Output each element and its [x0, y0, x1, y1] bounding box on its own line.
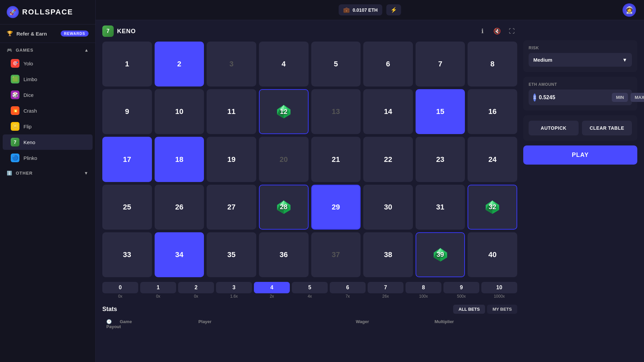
keno-cell-38[interactable]: 38: [363, 232, 413, 277]
keno-cell-15[interactable]: 15: [416, 89, 465, 134]
keno-cell-12[interactable]: 12: [259, 89, 309, 134]
chevron-down-icon: ▼: [84, 171, 89, 176]
min-button[interactable]: MIN: [612, 93, 628, 102]
keno-cell-10[interactable]: 10: [155, 89, 204, 134]
keno-cell-36[interactable]: 36: [259, 232, 309, 277]
keno-cell-9[interactable]: 9: [102, 89, 152, 134]
keno-cell-30[interactable]: 30: [363, 185, 413, 230]
payout-mult-5: 4x: [308, 294, 312, 299]
clear-table-button[interactable]: CLEAR TABLE: [582, 121, 632, 135]
sidebar-item-flip[interactable]: 🪙 Flip: [3, 119, 93, 134]
keno-cell-8[interactable]: 8: [468, 42, 517, 86]
bzz-button[interactable]: ⚡: [386, 4, 401, 15]
stats-title: Stats: [102, 306, 117, 313]
info-icon: ℹ️: [7, 171, 12, 176]
user-avatar[interactable]: 🧑‍🚀: [623, 3, 636, 17]
risk-select[interactable]: Medium ▼: [529, 53, 632, 67]
info-button[interactable]: ℹ: [477, 26, 488, 37]
keno-cell-2[interactable]: 2: [155, 42, 204, 86]
logo-area[interactable]: 🚀 ROLLSPACE: [0, 0, 95, 24]
sidebar-item-plinko[interactable]: 🔵 Plinko: [3, 150, 93, 166]
keno-cell-13[interactable]: 13: [311, 89, 361, 134]
keno-cell-32-num: 32: [489, 203, 496, 211]
my-bets-tab[interactable]: MY BETS: [487, 305, 517, 314]
wallet-display[interactable]: 💼 0.0107 ETH: [338, 4, 382, 15]
keno-cell-33[interactable]: 33: [102, 232, 152, 277]
payout-num-4[interactable]: 4: [254, 282, 290, 293]
mute-button[interactable]: 🔇: [492, 26, 502, 37]
top-header: 💼 0.0107 ETH ⚡ 🧑‍🚀: [96, 0, 644, 20]
payout-mult-7: 26x: [382, 294, 389, 299]
sidebar-item-keno[interactable]: 7 Keno: [3, 134, 93, 150]
yolo-icon: 🎯: [11, 59, 19, 68]
payout-num-8[interactable]: 8: [406, 282, 441, 293]
payout-5: 5 4x: [292, 282, 328, 299]
games-label: GAMES: [16, 48, 34, 53]
payout-num-1[interactable]: 1: [140, 282, 176, 293]
keno-cell-14[interactable]: 14: [363, 89, 413, 134]
payout-num-7[interactable]: 7: [368, 282, 404, 293]
keno-cell-26[interactable]: 26: [155, 185, 204, 230]
payout-num-3[interactable]: 3: [216, 282, 252, 293]
keno-cell-37[interactable]: 37: [311, 232, 361, 277]
keno-cell-35[interactable]: 35: [207, 232, 256, 277]
play-button[interactable]: PLAY: [523, 145, 637, 165]
payout-num-9[interactable]: 9: [443, 282, 479, 293]
keno-cell-20[interactable]: 20: [259, 137, 309, 182]
dice-icon: 🎲: [11, 90, 19, 99]
payout-num-5[interactable]: 5: [292, 282, 328, 293]
keno-cell-25[interactable]: 25: [102, 185, 152, 230]
keno-cell-5[interactable]: 5: [311, 42, 361, 86]
keno-cell-11[interactable]: 11: [207, 89, 256, 134]
wallet-amount: 0.0107 ETH: [353, 7, 378, 13]
all-bets-tab[interactable]: ALL BETS: [453, 305, 485, 314]
keno-cell-19[interactable]: 19: [207, 137, 256, 182]
payout-num-2[interactable]: 2: [178, 282, 214, 293]
eth-amount-input[interactable]: [539, 95, 609, 101]
fullscreen-button[interactable]: ⛶: [506, 26, 517, 37]
keno-cell-18[interactable]: 18: [155, 137, 204, 182]
keno-cell-24[interactable]: 24: [468, 137, 517, 182]
games-section-header[interactable]: 🎮 GAMES ▲: [0, 43, 95, 55]
keno-cell-31[interactable]: 31: [416, 185, 465, 230]
autopick-button[interactable]: AUTOPICK: [529, 121, 579, 135]
keno-cell-22[interactable]: 22: [363, 137, 413, 182]
keno-cell-39[interactable]: 39: [416, 232, 465, 277]
right-panel: RISK Medium ▼ ETH AMOUNT Ξ MIN MAX: [523, 25, 637, 357]
crash-icon: 💥: [11, 106, 19, 115]
keno-cell-4[interactable]: 4: [259, 42, 309, 86]
keno-cell-40[interactable]: 40: [468, 232, 517, 277]
payout-9: 9 500x: [443, 282, 479, 299]
keno-cell-29[interactable]: 29: [311, 185, 361, 230]
keno-cell-1[interactable]: 1: [102, 42, 152, 86]
eth-icon: Ξ: [533, 94, 536, 102]
keno-cell-6[interactable]: 6: [363, 42, 413, 86]
sidebar-item-dice[interactable]: 🎲 Dice: [3, 87, 93, 103]
stats-header: Stats ALL BETS MY BETS: [102, 305, 517, 314]
payout-6: 6 7x: [330, 282, 366, 299]
sidebar-item-limbo[interactable]: 🟩 Limbo: [3, 71, 93, 87]
other-section-header[interactable]: ℹ️ OTHER ▼: [0, 166, 95, 178]
keno-cell-23[interactable]: 23: [416, 137, 465, 182]
risk-card: RISK Medium ▼: [523, 40, 637, 72]
sidebar-item-yolo[interactable]: 🎯 Yolo: [3, 56, 93, 71]
payout-num-10[interactable]: 10: [481, 282, 517, 293]
sidebar-item-crash[interactable]: 💥 Crash: [3, 103, 93, 118]
refer-earn-item[interactable]: 🏆 Refer & Earn REWARDS: [0, 24, 95, 43]
keno-game-icon: 7: [102, 25, 114, 37]
keno-cell-27[interactable]: 27: [207, 185, 256, 230]
keno-cell-21[interactable]: 21: [311, 137, 361, 182]
payout-7: 7 26x: [368, 282, 404, 299]
keno-label: Keno: [23, 139, 35, 145]
keno-cell-28[interactable]: 28: [259, 185, 309, 230]
keno-cell-16[interactable]: 16: [468, 89, 517, 134]
keno-cell-17[interactable]: 17: [102, 137, 152, 182]
payout-num-0[interactable]: 0: [102, 282, 138, 293]
payout-num-6[interactable]: 6: [330, 282, 366, 293]
keno-cell-7[interactable]: 7: [416, 42, 465, 86]
keno-cell-32[interactable]: 32: [468, 185, 517, 230]
keno-cell-3[interactable]: 3: [207, 42, 256, 86]
max-button[interactable]: MAX: [631, 93, 644, 102]
payout-mult-6: 7x: [345, 294, 350, 299]
keno-cell-34[interactable]: 34: [155, 232, 204, 277]
